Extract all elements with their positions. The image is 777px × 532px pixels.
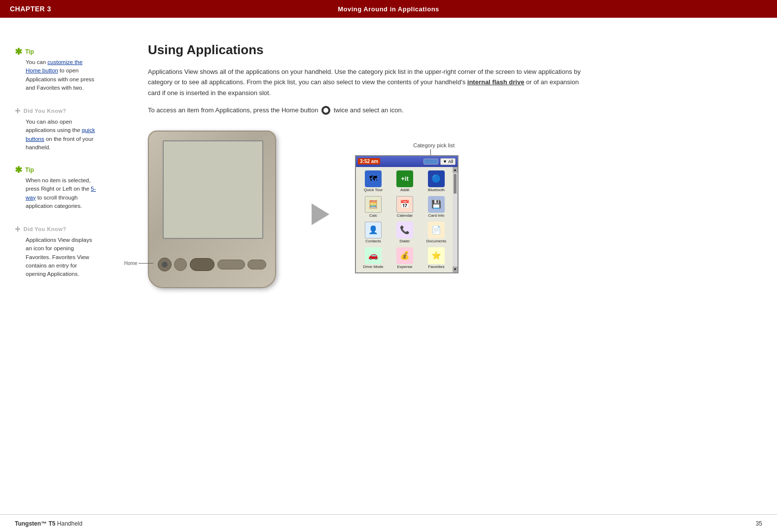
addit-label: Addit bbox=[400, 188, 409, 192]
calendar-label: Calendar bbox=[397, 213, 413, 218]
tip-2: ✱ Tip When no item is selected, press Ri… bbox=[15, 166, 99, 210]
dyk-2-text: Applications View displays an icon for o… bbox=[15, 236, 99, 278]
app-item-card-info[interactable]: 💾 Card Info bbox=[421, 195, 452, 219]
paragraph-1: Applications View shows all of the appli… bbox=[148, 66, 592, 98]
bluetooth-label: Bluetooth bbox=[428, 188, 445, 192]
calc-label: Calc bbox=[369, 213, 377, 218]
category-pick-label: Category pick list bbox=[413, 142, 455, 148]
home-label-area: Home bbox=[124, 261, 154, 266]
tip-1-header: ✱ Tip bbox=[15, 47, 99, 56]
quick-tour-icon: 🗺 bbox=[365, 170, 382, 187]
plus-icon-1: + bbox=[15, 106, 21, 116]
calc-icon: 🧮 bbox=[365, 196, 382, 213]
card-info-icon: 💾 bbox=[428, 196, 445, 213]
app-time: 3:52 am bbox=[358, 158, 380, 165]
asterisk-icon-1: ✱ bbox=[15, 47, 22, 56]
app-item-contacts[interactable]: 👤 Contacts bbox=[358, 220, 388, 245]
footer-page-number: 35 bbox=[756, 520, 762, 527]
home-button[interactable] bbox=[158, 258, 172, 271]
app-grid: 🗺 Quick Tour +it Addit 🔵 B bbox=[356, 167, 458, 272]
arrow-right-icon bbox=[312, 203, 329, 225]
app-item-bluetooth[interactable]: 🔵 Bluetooth bbox=[421, 169, 452, 194]
contacts-icon: 👤 bbox=[365, 222, 382, 238]
scroll-up-button[interactable]: ▲ bbox=[453, 167, 458, 173]
app-item-dialer[interactable]: 📞 Dialer bbox=[389, 220, 420, 245]
tip-1: ✱ Tip You can customize the Home button … bbox=[15, 47, 99, 92]
header-right: ▼ All bbox=[424, 158, 456, 165]
app-screen: 3:52 am ▼ All 🗺 Quick Tour bbox=[355, 155, 459, 273]
chapter-label: CHAPTER 3 bbox=[10, 5, 51, 13]
app-screen-header: 3:52 am ▼ All bbox=[356, 156, 458, 167]
dyk-2-label: Did You Know? bbox=[24, 226, 67, 232]
internal-flash-drive-link: internal flash drive bbox=[467, 78, 525, 86]
customize-home-link[interactable]: customize the Home button bbox=[26, 59, 82, 73]
visual-area: Home Category bbox=[148, 131, 747, 298]
header-bar: CHAPTER 3 Moving Around in Applications bbox=[0, 0, 777, 18]
nav-oval[interactable] bbox=[190, 258, 214, 271]
dyk-1-label: Did You Know? bbox=[24, 108, 67, 114]
battery-icon bbox=[424, 159, 438, 165]
app-item-expense[interactable]: 💰 Expense bbox=[389, 246, 420, 270]
quick-tour-label: Quick Tour bbox=[364, 188, 383, 192]
paragraph-2: To access an item from Applications, pre… bbox=[148, 105, 592, 115]
home-label: Home bbox=[124, 261, 138, 266]
app-item-quick-tour[interactable]: 🗺 Quick Tour bbox=[358, 169, 388, 194]
tip-2-header: ✱ Tip bbox=[15, 166, 99, 174]
home-button-icon bbox=[321, 106, 330, 115]
menu-button[interactable] bbox=[174, 258, 187, 271]
drive-mode-icon: 🚗 bbox=[365, 247, 382, 264]
app-item-addit[interactable]: +it Addit bbox=[389, 169, 420, 194]
contacts-label: Contacts bbox=[365, 239, 381, 243]
calendar-icon: 📅 bbox=[396, 196, 413, 213]
scroll-thumb[interactable] bbox=[454, 174, 457, 194]
dyk-2: + Did You Know? Applications View displa… bbox=[15, 224, 99, 278]
tip-2-label: Tip bbox=[25, 166, 34, 173]
app-screen-container: Category pick list 3:52 am ▼ All bbox=[355, 155, 459, 273]
section-title: Using Applications bbox=[148, 42, 747, 58]
category-pick-line bbox=[430, 149, 431, 155]
expense-icon: 💰 bbox=[396, 247, 413, 264]
power-button[interactable] bbox=[247, 260, 266, 269]
addit-icon: +it bbox=[396, 170, 413, 187]
favorites-icon: ⭐ bbox=[428, 247, 445, 264]
content-area: Using Applications Applications View sho… bbox=[108, 18, 777, 510]
dyk-2-header: + Did You Know? bbox=[15, 224, 99, 234]
plus-icon-2: + bbox=[15, 224, 21, 234]
app-item-drive-mode[interactable]: 🚗 Drive Mode bbox=[358, 246, 388, 270]
dialer-icon: 📞 bbox=[396, 222, 413, 238]
scrollbar[interactable]: ▲ ▼ bbox=[453, 167, 458, 272]
app-item-calc[interactable]: 🧮 Calc bbox=[358, 195, 388, 219]
dyk-1-header: + Did You Know? bbox=[15, 106, 99, 116]
device-screen bbox=[163, 140, 263, 239]
app-item-favorites[interactable]: ⭐ Favorites bbox=[421, 246, 452, 270]
quick-buttons-link[interactable]: quick buttons bbox=[26, 127, 95, 141]
scroll-track bbox=[453, 173, 458, 266]
sidebar: ✱ Tip You can customize the Home button … bbox=[0, 18, 108, 510]
fn-button[interactable] bbox=[217, 260, 245, 269]
card-info-label: Card Info bbox=[428, 213, 445, 218]
dyk-1: + Did You Know? You can also open applic… bbox=[15, 106, 99, 152]
app-item-calendar[interactable]: 📅 Calendar bbox=[389, 195, 420, 219]
tip-1-label: Tip bbox=[25, 48, 34, 55]
tip-2-text: When no item is selected, press Right or… bbox=[15, 176, 99, 210]
all-dropdown[interactable]: ▼ All bbox=[440, 158, 456, 165]
device-container: Home bbox=[148, 131, 286, 298]
five-way-link[interactable]: 5-way bbox=[26, 186, 96, 200]
app-screen-wrapper: 3:52 am ▼ All 🗺 Quick Tour bbox=[355, 155, 459, 273]
dialer-label: Dialer bbox=[400, 239, 410, 243]
device-buttons-row: Home bbox=[156, 257, 268, 272]
footer-product: Tungsten™ T5 Handheld bbox=[15, 520, 82, 527]
arrow-container bbox=[306, 203, 335, 225]
page-title: Moving Around in Applications bbox=[338, 5, 439, 13]
expense-label: Expense bbox=[397, 265, 412, 269]
tip-1-text: You can customize the Home button to ope… bbox=[15, 58, 99, 92]
documents-label: Documents bbox=[426, 239, 446, 243]
main-content: ✱ Tip You can customize the Home button … bbox=[0, 18, 777, 510]
app-item-documents[interactable]: 📄 Documents bbox=[421, 220, 452, 245]
bluetooth-icon: 🔵 bbox=[428, 170, 445, 187]
footer: Tungsten™ T5 Handheld 35 bbox=[0, 514, 777, 532]
drive-mode-label: Drive Mode bbox=[363, 265, 384, 269]
asterisk-icon-2: ✱ bbox=[15, 166, 22, 174]
scroll-down-button[interactable]: ▼ bbox=[453, 266, 458, 272]
favorites-label: Favorites bbox=[428, 265, 445, 269]
